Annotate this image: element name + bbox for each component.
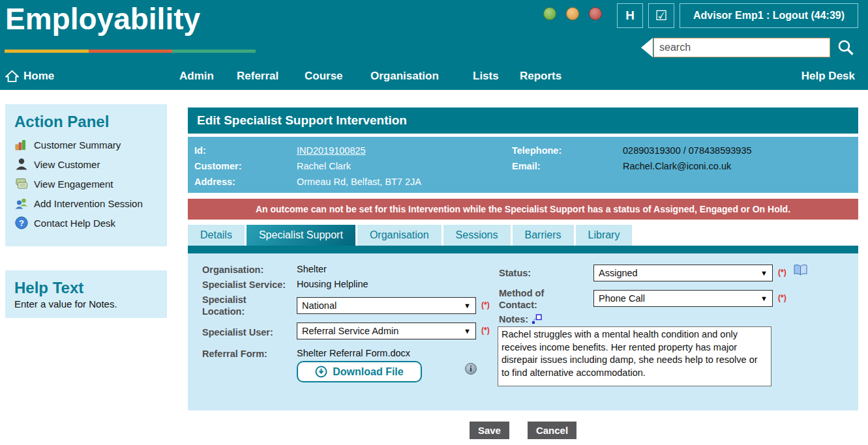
specialist-service-value: Housing Helpline [297,279,368,289]
action-contact-help-desk[interactable]: ? Contact Help Desk [14,216,158,230]
required-marker: (*) [778,268,786,277]
home-shortcut-button[interactable]: H [617,3,643,28]
address-label: Address: [194,177,235,187]
required-marker: (*) [481,326,490,335]
bar-chart-icon [14,137,29,152]
nav-organisation[interactable]: Organisation [370,62,439,90]
info-icon[interactable]: i [465,363,477,375]
status-label: Status: [499,267,531,279]
reference-book-icon[interactable] [793,264,808,279]
required-marker: (*) [778,293,786,302]
required-marker: (*) [481,300,490,309]
home-icon [5,70,19,83]
nav-lists[interactable]: Lists [473,62,499,90]
outcome-warning-banner: An outcome can not be set for this Inter… [188,199,858,220]
nav-reports[interactable]: Reports [520,62,561,90]
specialist-support-form: Organisation: Shelter Specialist Service… [188,253,858,410]
chevron-down-icon: ▼ [760,269,768,277]
status-select[interactable]: Assigned ▼ [593,265,773,281]
notes-label: Notes: [499,313,528,325]
save-button[interactable]: Save [470,422,509,439]
search-collapse-arrow-icon[interactable] [641,38,653,57]
help-text-body: Enter a value for Notes. [14,298,158,309]
nav-home[interactable]: Home [5,62,54,90]
customer-address: Ormeau Rd, Belfast, BT7 2JA [297,177,421,187]
help-text-panel: Help Text Enter a value for Notes. [5,270,167,318]
action-view-customer[interactable]: View Customer [14,157,158,171]
specialist-location-label: Specialist Location: [202,294,274,317]
customer-label: Customer: [194,161,242,171]
customer-name: Rachel Clark [297,161,351,171]
cancel-button[interactable]: Cancel [528,422,576,439]
action-view-engagement[interactable]: View Engagement [14,177,158,191]
chevron-down-icon: ▼ [464,302,471,309]
notes-popup-icon[interactable] [531,314,542,324]
referral-form-label: Referral Form: [202,348,267,360]
nav-help-desk[interactable]: Help Desk [801,62,855,90]
tab-library[interactable]: Library [576,225,633,246]
svg-text:?: ? [19,218,24,228]
nav-admin[interactable]: Admin [179,62,214,90]
checkbox-icon: ☑ [655,8,668,23]
action-panel: Action Panel Customer Summary View Custo… [5,104,167,246]
specialist-service-label: Specialist Service: [202,279,286,291]
help-text-title: Help Text [14,279,158,297]
tab-specialist-support[interactable]: Specialist Support [247,225,355,246]
customer-telephone: 02890319300 / 078438593935 [623,145,752,156]
cards-icon [14,177,29,191]
download-icon [315,366,327,378]
underline-green-segment [172,50,256,53]
method-of-contact-label: Method of Contact: [499,287,564,311]
specialist-user-select[interactable]: Referral Service Admin ▼ [297,323,476,339]
green-light-icon[interactable] [543,7,556,20]
tab-strip: Details Specialist Support Organisation … [188,225,858,246]
tab-details[interactable]: Details [188,225,245,246]
tasks-checkbox-button[interactable]: ☑ [648,3,674,28]
tab-underline-bar [188,246,858,253]
form-actions: Save Cancel [188,422,858,439]
underline-gold-segment [5,50,89,53]
tab-sessions[interactable]: Sessions [443,225,511,246]
customer-info-panel: Id: IND2019100825 Customer: Rachel Clark… [188,137,858,193]
status-lights [543,7,602,20]
logo-underline [5,50,256,53]
search-icon [837,38,855,57]
telephone-label: Telephone: [512,145,561,156]
specialist-user-label: Specialist User: [202,326,273,338]
red-light-icon[interactable] [589,7,602,20]
nav-referral[interactable]: Referral [237,62,278,90]
app-logo: Employability [5,1,200,36]
person-icon [14,157,29,171]
underline-orange-segment [89,50,172,53]
search-button[interactable] [837,38,855,57]
specialist-location-select[interactable]: National ▼ [297,297,476,314]
organisation-label: Organisation: [202,264,263,276]
email-label: Email: [512,161,541,171]
orange-light-icon[interactable] [566,7,579,20]
organisation-value: Shelter [297,264,327,274]
chevron-down-icon: ▼ [760,294,768,302]
session-logout-button[interactable]: Advisor Emp1 : Logout (44:39) [680,3,858,28]
tab-organisation[interactable]: Organisation [357,225,441,246]
chevron-down-icon: ▼ [464,327,471,335]
main-nav: Home Admin Referral Course Organisation … [0,62,868,90]
customer-id-link[interactable]: IND2019100825 [297,145,366,156]
action-customer-summary[interactable]: Customer Summary [14,137,158,152]
people-icon [14,196,29,210]
question-icon: ? [14,216,29,230]
page-title: Edit Specialist Support Intervention [188,108,858,134]
download-file-button[interactable]: Download File [297,361,422,382]
action-panel-title: Action Panel [14,113,158,131]
nav-course[interactable]: Course [305,62,343,90]
main-content: Edit Specialist Support Intervention Id:… [188,108,858,439]
method-of-contact-select[interactable]: Phone Call ▼ [593,290,773,307]
tab-barriers[interactable]: Barriers [513,225,574,246]
action-add-intervention-session[interactable]: Add Intervention Session [14,196,158,210]
app-window: Employability H ☑ Advisor Emp1 : Logout … [0,0,868,445]
customer-email: Rachel.Clark@iconi.co.uk [623,161,731,171]
id-label: Id: [194,145,206,156]
search-input[interactable] [653,38,830,57]
referral-form-filename: Shelter Referral Form.docx [297,348,410,358]
notes-textarea[interactable]: Rachel struggles with a mental health co… [498,326,771,386]
